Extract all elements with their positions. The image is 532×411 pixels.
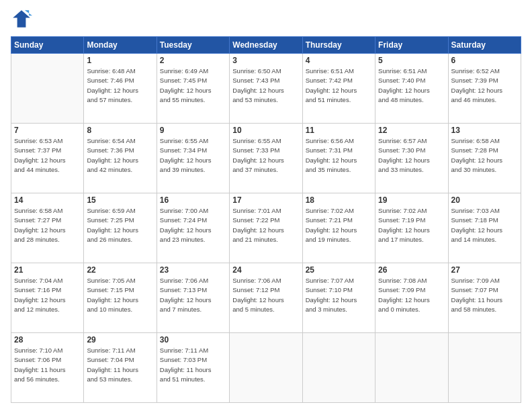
calendar-cell: 17Sunrise: 7:01 AM Sunset: 7:22 PM Dayli… — [230, 193, 302, 263]
day-info: Sunrise: 6:53 AM Sunset: 7:37 PM Dayligh… — [14, 136, 81, 175]
day-info: Sunrise: 6:57 AM Sunset: 7:30 PM Dayligh… — [378, 136, 445, 175]
day-number: 25 — [306, 265, 372, 275]
day-number: 5 — [378, 56, 445, 65]
calendar-cell — [375, 333, 448, 403]
day-info: Sunrise: 7:02 AM Sunset: 7:19 PM Dayligh… — [378, 206, 445, 244]
calendar-table: SundayMondayTuesdayWednesdayThursdayFrid… — [11, 36, 521, 403]
day-number: 8 — [87, 126, 153, 135]
logo — [11, 8, 35, 30]
day-info: Sunrise: 6:55 AM Sunset: 7:33 PM Dayligh… — [232, 136, 299, 175]
day-info: Sunrise: 7:07 AM Sunset: 7:10 PM Dayligh… — [306, 276, 372, 314]
calendar-cell: 20Sunrise: 7:03 AM Sunset: 7:18 PM Dayli… — [448, 193, 521, 263]
calendar-cell: 25Sunrise: 7:07 AM Sunset: 7:10 PM Dayli… — [302, 263, 375, 333]
day-number: 12 — [378, 126, 445, 135]
day-info: Sunrise: 6:51 AM Sunset: 7:40 PM Dayligh… — [378, 66, 445, 105]
calendar-cell: 13Sunrise: 6:58 AM Sunset: 7:28 PM Dayli… — [448, 124, 521, 193]
day-info: Sunrise: 7:05 AM Sunset: 7:15 PM Dayligh… — [87, 276, 153, 314]
calendar-week-row: 14Sunrise: 6:58 AM Sunset: 7:27 PM Dayli… — [11, 193, 521, 263]
day-number: 16 — [160, 195, 226, 205]
day-number: 18 — [306, 195, 372, 205]
day-number: 20 — [451, 195, 518, 205]
calendar-week-row: 21Sunrise: 7:04 AM Sunset: 7:16 PM Dayli… — [11, 263, 521, 333]
day-info: Sunrise: 7:00 AM Sunset: 7:24 PM Dayligh… — [160, 206, 226, 244]
day-number: 9 — [160, 126, 226, 135]
logo-icon — [11, 8, 32, 30]
day-number: 13 — [451, 126, 518, 135]
day-number: 11 — [306, 126, 372, 135]
weekday-header-monday: Monday — [84, 37, 157, 54]
day-number: 23 — [160, 265, 226, 275]
weekday-header-wednesday: Wednesday — [230, 37, 302, 54]
day-number: 2 — [160, 56, 226, 65]
calendar-cell: 12Sunrise: 6:57 AM Sunset: 7:30 PM Dayli… — [375, 124, 448, 193]
day-number: 27 — [451, 265, 518, 275]
calendar-cell: 6Sunrise: 6:52 AM Sunset: 7:39 PM Daylig… — [448, 54, 521, 124]
day-info: Sunrise: 6:51 AM Sunset: 7:42 PM Dayligh… — [306, 66, 372, 105]
day-info: Sunrise: 6:58 AM Sunset: 7:27 PM Dayligh… — [14, 206, 81, 244]
weekday-header-thursday: Thursday — [302, 37, 375, 54]
calendar-week-row: 28Sunrise: 7:10 AM Sunset: 7:06 PM Dayli… — [11, 333, 521, 403]
day-number: 17 — [232, 195, 299, 205]
day-number: 7 — [14, 126, 81, 135]
day-info: Sunrise: 6:49 AM Sunset: 7:45 PM Dayligh… — [160, 66, 226, 105]
calendar-cell: 1Sunrise: 6:48 AM Sunset: 7:46 PM Daylig… — [84, 54, 157, 124]
weekday-header-row: SundayMondayTuesdayWednesdayThursdayFrid… — [11, 37, 521, 54]
day-info: Sunrise: 7:11 AM Sunset: 7:04 PM Dayligh… — [87, 346, 153, 384]
day-number: 6 — [451, 56, 518, 65]
day-info: Sunrise: 7:01 AM Sunset: 7:22 PM Dayligh… — [232, 206, 299, 244]
svg-marker-0 — [13, 10, 30, 28]
weekday-header-sunday: Sunday — [11, 37, 84, 54]
calendar-cell: 22Sunrise: 7:05 AM Sunset: 7:15 PM Dayli… — [84, 263, 157, 333]
weekday-header-tuesday: Tuesday — [157, 37, 229, 54]
calendar-cell: 2Sunrise: 6:49 AM Sunset: 7:45 PM Daylig… — [157, 54, 229, 124]
calendar-cell: 7Sunrise: 6:53 AM Sunset: 7:37 PM Daylig… — [11, 124, 84, 193]
day-number: 30 — [160, 335, 226, 345]
day-number: 28 — [14, 335, 81, 345]
day-info: Sunrise: 7:10 AM Sunset: 7:06 PM Dayligh… — [14, 346, 81, 384]
calendar-cell — [230, 333, 302, 403]
day-info: Sunrise: 6:54 AM Sunset: 7:36 PM Dayligh… — [87, 136, 153, 175]
day-info: Sunrise: 6:50 AM Sunset: 7:43 PM Dayligh… — [232, 66, 299, 105]
day-number: 22 — [87, 265, 153, 275]
day-number: 10 — [232, 126, 299, 135]
day-number: 3 — [232, 56, 299, 65]
calendar-cell: 18Sunrise: 7:02 AM Sunset: 7:21 PM Dayli… — [302, 193, 375, 263]
day-info: Sunrise: 6:52 AM Sunset: 7:39 PM Dayligh… — [451, 66, 518, 105]
day-info: Sunrise: 6:59 AM Sunset: 7:25 PM Dayligh… — [87, 206, 153, 244]
calendar-cell: 29Sunrise: 7:11 AM Sunset: 7:04 PM Dayli… — [84, 333, 157, 403]
day-number: 26 — [378, 265, 445, 275]
day-number: 21 — [14, 265, 81, 275]
calendar-cell: 4Sunrise: 6:51 AM Sunset: 7:42 PM Daylig… — [302, 54, 375, 124]
day-info: Sunrise: 7:06 AM Sunset: 7:13 PM Dayligh… — [160, 276, 226, 314]
calendar-cell: 3Sunrise: 6:50 AM Sunset: 7:43 PM Daylig… — [230, 54, 302, 124]
calendar-cell: 28Sunrise: 7:10 AM Sunset: 7:06 PM Dayli… — [11, 333, 84, 403]
calendar-week-row: 1Sunrise: 6:48 AM Sunset: 7:46 PM Daylig… — [11, 54, 521, 124]
calendar-cell: 27Sunrise: 7:09 AM Sunset: 7:07 PM Dayli… — [448, 263, 521, 333]
weekday-header-saturday: Saturday — [448, 37, 521, 54]
day-info: Sunrise: 6:56 AM Sunset: 7:31 PM Dayligh… — [306, 136, 372, 175]
calendar-cell: 23Sunrise: 7:06 AM Sunset: 7:13 PM Dayli… — [157, 263, 229, 333]
calendar-cell: 5Sunrise: 6:51 AM Sunset: 7:40 PM Daylig… — [375, 54, 448, 124]
calendar-cell — [448, 333, 521, 403]
calendar-cell: 16Sunrise: 7:00 AM Sunset: 7:24 PM Dayli… — [157, 193, 229, 263]
day-number: 24 — [232, 265, 299, 275]
calendar-cell: 10Sunrise: 6:55 AM Sunset: 7:33 PM Dayli… — [230, 124, 302, 193]
calendar-cell — [302, 333, 375, 403]
calendar-cell: 8Sunrise: 6:54 AM Sunset: 7:36 PM Daylig… — [84, 124, 157, 193]
page: SundayMondayTuesdayWednesdayThursdayFrid… — [0, 0, 532, 411]
calendar-cell: 15Sunrise: 6:59 AM Sunset: 7:25 PM Dayli… — [84, 193, 157, 263]
day-info: Sunrise: 7:08 AM Sunset: 7:09 PM Dayligh… — [378, 276, 445, 314]
calendar-cell: 9Sunrise: 6:55 AM Sunset: 7:34 PM Daylig… — [157, 124, 229, 193]
calendar-cell: 21Sunrise: 7:04 AM Sunset: 7:16 PM Dayli… — [11, 263, 84, 333]
day-info: Sunrise: 6:58 AM Sunset: 7:28 PM Dayligh… — [451, 136, 518, 175]
day-number: 29 — [87, 335, 153, 345]
day-info: Sunrise: 7:02 AM Sunset: 7:21 PM Dayligh… — [306, 206, 372, 244]
day-info: Sunrise: 7:04 AM Sunset: 7:16 PM Dayligh… — [14, 276, 81, 314]
day-number: 15 — [87, 195, 153, 205]
calendar-cell: 24Sunrise: 7:06 AM Sunset: 7:12 PM Dayli… — [230, 263, 302, 333]
day-number: 19 — [378, 195, 445, 205]
calendar-cell — [11, 54, 84, 124]
day-info: Sunrise: 7:03 AM Sunset: 7:18 PM Dayligh… — [451, 206, 518, 244]
day-info: Sunrise: 6:55 AM Sunset: 7:34 PM Dayligh… — [160, 136, 226, 175]
calendar-cell: 30Sunrise: 7:11 AM Sunset: 7:03 PM Dayli… — [157, 333, 229, 403]
